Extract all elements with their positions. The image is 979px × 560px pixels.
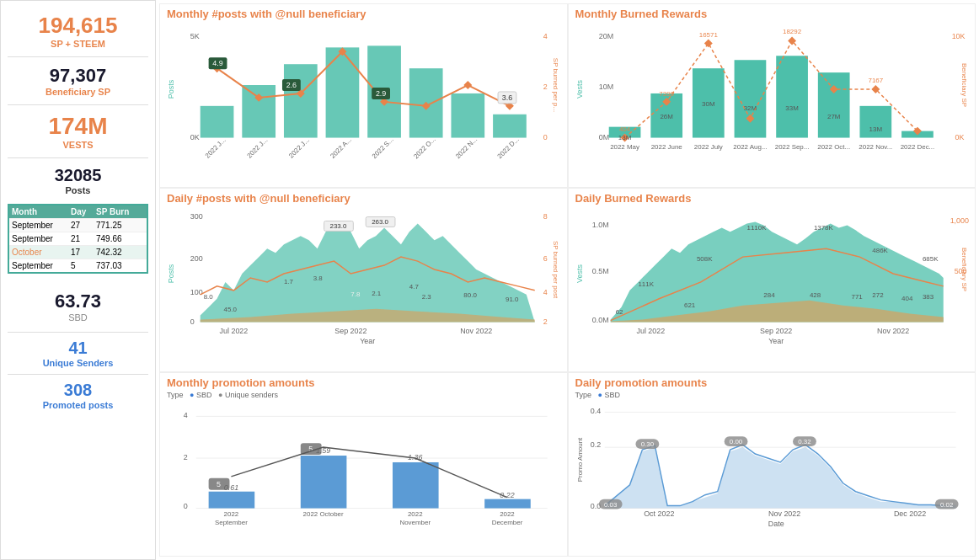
svg-text:0.5M: 0.5M bbox=[591, 267, 608, 275]
svg-rect-9 bbox=[284, 64, 318, 137]
svg-text:13M: 13M bbox=[618, 134, 630, 141]
svg-text:30M: 30M bbox=[702, 100, 714, 108]
svg-rect-51 bbox=[817, 72, 849, 137]
svg-rect-143 bbox=[393, 462, 439, 509]
svg-text:2022 S...: 2022 S... bbox=[371, 136, 395, 160]
row3-day: 17 bbox=[68, 246, 94, 259]
svg-text:2022 Aug...: 2022 Aug... bbox=[733, 143, 767, 151]
monthly-burned-svg: Vests Beneficiary SP 20M 10M 0M 10K 0K bbox=[575, 22, 969, 152]
svg-text:4: 4 bbox=[184, 411, 188, 419]
svg-text:5K: 5K bbox=[190, 32, 200, 40]
monthly-posts-svg: Posts SP burned per p... 5K 0K 4 2 0 bbox=[167, 22, 560, 152]
svg-text:10M: 10M bbox=[598, 83, 613, 91]
posts-value: 32085 bbox=[8, 166, 148, 185]
svg-text:2022 October: 2022 October bbox=[303, 510, 344, 518]
table-row: September 21 749.66 bbox=[9, 232, 147, 245]
svg-text:0.2: 0.2 bbox=[590, 440, 600, 449]
svg-text:1.36: 1.36 bbox=[408, 453, 422, 461]
svg-text:4: 4 bbox=[543, 32, 548, 40]
monthly-promo-chart: Monthly promotion amounts Type ● SBD ● U… bbox=[159, 372, 568, 557]
svg-text:SP burned per post: SP burned per post bbox=[552, 241, 559, 299]
svg-text:2.6: 2.6 bbox=[286, 81, 297, 89]
svg-text:200: 200 bbox=[190, 254, 203, 263]
svg-text:8: 8 bbox=[543, 212, 548, 221]
svg-text:5: 5 bbox=[217, 480, 221, 488]
svg-text:Dec 2022: Dec 2022 bbox=[893, 509, 925, 518]
daily-burned-svg: Vests Beneficiary SP 1.0M 0.5M 0.0M 1,00… bbox=[575, 206, 969, 337]
vests-value: 174M bbox=[8, 113, 148, 140]
svg-text:0.0M: 0.0M bbox=[591, 316, 608, 324]
row1-day: 27 bbox=[68, 219, 94, 232]
svg-rect-8 bbox=[242, 85, 276, 138]
main-content: Monthly #posts with @null beneficiary Po… bbox=[156, 0, 979, 560]
row2-day: 21 bbox=[68, 232, 94, 245]
col-burn: SP Burn bbox=[94, 205, 140, 218]
daily-posts-chart: Daily #posts with @null beneficiary Post… bbox=[159, 188, 568, 372]
svg-text:Oct 2022: Oct 2022 bbox=[644, 509, 674, 518]
daily-promo-type-label: Type ● SBD bbox=[575, 391, 969, 399]
row2-burn: 749.66 bbox=[94, 232, 140, 245]
svg-text:2.9: 2.9 bbox=[376, 89, 386, 98]
svg-rect-13 bbox=[451, 93, 484, 138]
svg-text:2022: 2022 bbox=[500, 510, 515, 518]
svg-text:Jul 2022: Jul 2022 bbox=[636, 327, 665, 335]
svg-text:2022 July: 2022 July bbox=[693, 143, 722, 151]
svg-text:Year: Year bbox=[768, 337, 784, 345]
sp-burn-table: Month Day SP Burn September 27 771.25 Se… bbox=[8, 204, 148, 274]
svg-text:0K: 0K bbox=[955, 133, 964, 141]
svg-text:Posts: Posts bbox=[167, 79, 175, 99]
svg-text:September: September bbox=[215, 519, 248, 526]
svg-text:Date: Date bbox=[768, 520, 784, 528]
monthly-posts-chart: Monthly #posts with @null beneficiary Po… bbox=[159, 3, 568, 188]
svg-text:7390: 7390 bbox=[659, 90, 674, 98]
svg-text:621: 621 bbox=[684, 301, 696, 309]
row4-month: September bbox=[9, 259, 68, 272]
svg-text:Nov 2022: Nov 2022 bbox=[877, 327, 909, 335]
svg-text:16571: 16571 bbox=[698, 31, 718, 39]
svg-text:685K: 685K bbox=[922, 255, 938, 263]
svg-text:233.0: 233.0 bbox=[330, 222, 347, 230]
sbd-value: 63.73 bbox=[8, 291, 148, 312]
row1-burn: 771.25 bbox=[94, 219, 140, 232]
svg-rect-7 bbox=[201, 106, 234, 138]
svg-text:4.9: 4.9 bbox=[212, 59, 222, 67]
svg-rect-141 bbox=[209, 492, 255, 509]
svg-text:1.7: 1.7 bbox=[284, 278, 294, 285]
svg-text:Nov 2022: Nov 2022 bbox=[768, 509, 800, 518]
senders-value: 41 bbox=[8, 339, 148, 358]
svg-text:0: 0 bbox=[190, 317, 195, 326]
svg-text:2022 June: 2022 June bbox=[650, 143, 682, 151]
svg-text:10K: 10K bbox=[951, 32, 965, 40]
daily-promo-title: Daily promotion amounts bbox=[575, 376, 969, 389]
svg-text:0K: 0K bbox=[190, 133, 200, 141]
svg-text:Sep 2022: Sep 2022 bbox=[760, 327, 792, 335]
svg-text:91.0: 91.0 bbox=[506, 296, 519, 303]
svg-text:0.30: 0.30 bbox=[640, 440, 654, 448]
svg-text:300: 300 bbox=[190, 212, 203, 221]
svg-text:2022 Nov...: 2022 Nov... bbox=[859, 143, 892, 151]
svg-text:2: 2 bbox=[543, 83, 548, 91]
row3-burn: 742.32 bbox=[94, 246, 140, 259]
beneficiary-sp-label: Beneficiary SP bbox=[8, 87, 148, 97]
svg-text:1.0M: 1.0M bbox=[591, 221, 608, 229]
row1-month: September bbox=[9, 219, 68, 232]
svg-text:Vests: Vests bbox=[575, 80, 583, 99]
monthly-posts-title: Monthly #posts with @null beneficiary bbox=[167, 8, 560, 20]
svg-text:2022 D...: 2022 D... bbox=[496, 136, 521, 160]
svg-rect-50 bbox=[776, 56, 808, 137]
svg-text:Promo Amount: Promo Amount bbox=[575, 437, 583, 482]
svg-text:0M: 0M bbox=[598, 133, 608, 141]
beneficiary-sp-block: 97,307 Beneficiary SP bbox=[8, 60, 148, 102]
daily-burned-title: Daily Burned Rewards bbox=[575, 192, 969, 205]
svg-text:Beneficiary SP: Beneficiary SP bbox=[960, 63, 967, 107]
svg-text:0.32: 0.32 bbox=[798, 438, 811, 445]
svg-text:100: 100 bbox=[190, 288, 203, 296]
sbd-label: SBD bbox=[8, 312, 148, 323]
row2-month: September bbox=[9, 232, 68, 245]
svg-text:2022 J...: 2022 J... bbox=[245, 136, 269, 160]
svg-text:500: 500 bbox=[954, 267, 966, 275]
promoted-label: Promoted posts bbox=[8, 400, 148, 410]
svg-text:November: November bbox=[399, 519, 431, 526]
svg-text:2022 N...: 2022 N... bbox=[454, 136, 479, 160]
svg-text:0.00: 0.00 bbox=[729, 438, 742, 445]
